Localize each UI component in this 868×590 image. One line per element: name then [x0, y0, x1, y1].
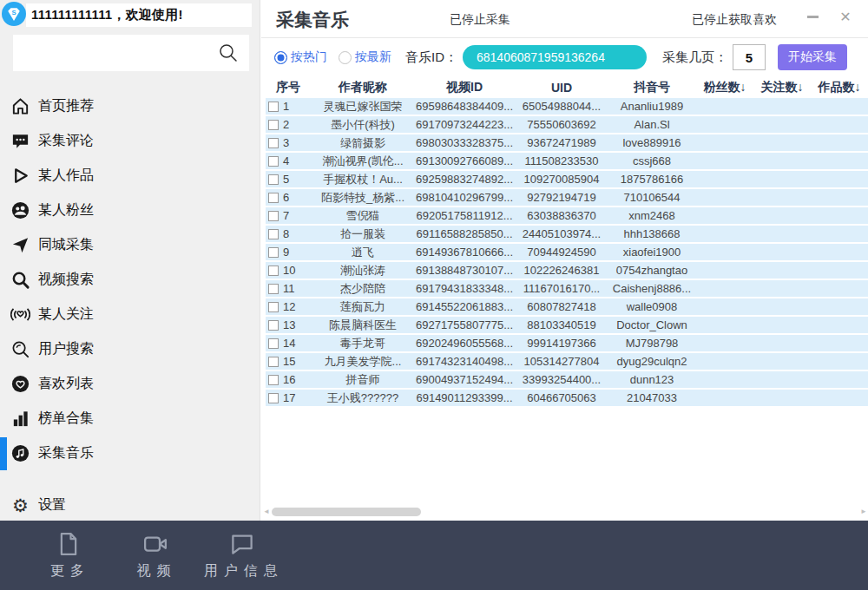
table-body: 1 灵魂已嫁张国荣 69598648384409... 65054988044.…	[266, 98, 868, 406]
bottom-toolbar-item[interactable]: 视频	[118, 531, 193, 580]
table-row[interactable]: 3 绿箭摄影 69803033328375... 93672471989 lov…	[266, 134, 868, 151]
cell-douyin-id: 1875786166	[608, 173, 696, 186]
sidebar-item[interactable]: 某人关注	[0, 297, 260, 331]
table-row[interactable]: 13 陈晨脑科医生 69271755807775... 88103340519 …	[266, 317, 868, 333]
table-row[interactable]: 5 手握权杖！Au... 69259883274892... 109270085…	[266, 171, 868, 187]
close-button[interactable]: ✕	[834, 7, 857, 26]
row-checkbox[interactable]	[268, 120, 279, 130]
table-header-row: 序号 作者昵称 视频ID UID 抖音号 粉丝数↓ 关注数↓ 作品数↓	[266, 78, 868, 96]
table-row[interactable]: 2 墨小仟(科技) 69170973244223... 75550603692 …	[266, 116, 868, 133]
minimize-button[interactable]	[801, 7, 824, 26]
music-icon	[10, 443, 30, 463]
row-checkbox[interactable]	[268, 393, 279, 403]
page-title: 采集音乐	[276, 8, 349, 32]
row-checkbox[interactable]	[268, 193, 279, 203]
table-row[interactable]: 7 雪倪猫 69205175811912... 63038836370 xnm2…	[266, 207, 868, 224]
table-row[interactable]: 14 毒手龙哥 69202496055568... 99914197366 MJ…	[266, 335, 868, 351]
table-row[interactable]: 16 拼音师 69004937152494... 33993254400... …	[266, 371, 868, 388]
bottom-toolbar-item[interactable]: 更多	[31, 531, 106, 580]
cell-douyin-id: xiaofei1900	[608, 246, 696, 259]
row-checkbox[interactable]	[268, 138, 279, 148]
home-icon	[10, 96, 30, 116]
play-icon	[10, 166, 30, 186]
sidebar-item[interactable]: 某人粉丝	[0, 193, 260, 227]
cell-uid: 11167016170...	[516, 282, 608, 295]
row-checkbox[interactable]	[268, 247, 279, 258]
app-window: S 111111111111，欢迎使用! 首页推荐 采集评论	[0, 0, 868, 590]
row-index: 4	[283, 154, 289, 167]
sidebar-item[interactable]: 榜单合集	[0, 401, 260, 436]
row-index: 5	[283, 173, 289, 186]
sidebar-search-input[interactable]	[13, 35, 249, 71]
scrollbar-thumb[interactable]	[272, 508, 421, 516]
cell-nickname: 杰少陪陪	[312, 281, 413, 297]
sidebar-item[interactable]: 同城采集	[0, 227, 260, 262]
sidebar-item[interactable]: 某人作品	[0, 158, 260, 193]
table-row[interactable]: 1 灵魂已嫁张国荣 69598648384409... 65054988044.…	[266, 98, 868, 115]
row-checkbox[interactable]	[268, 302, 279, 312]
video-icon	[142, 531, 168, 557]
row-checkbox[interactable]	[268, 357, 279, 367]
pages-count-input[interactable]	[733, 44, 766, 70]
col-header-follows-sort[interactable]: 关注数↓	[753, 80, 811, 95]
cell-uid: 88103340519	[516, 318, 608, 331]
row-checkbox[interactable]	[268, 338, 279, 349]
row-checkbox[interactable]	[268, 375, 279, 385]
row-checkbox[interactable]	[268, 266, 279, 276]
row-index: 10	[283, 264, 295, 277]
cell-uid: 63038836370	[516, 209, 608, 222]
cell-video-id: 69803033328375...	[413, 136, 516, 149]
table-row[interactable]: 11 杰少陪陪 69179431833348... 11167016170...…	[266, 280, 868, 297]
search-icon[interactable]	[218, 43, 239, 63]
music-id-input[interactable]	[463, 45, 647, 69]
table-row[interactable]: 9 逍飞 69149367810666... 70944924590 xiaof…	[266, 244, 868, 260]
svg-text:S: S	[11, 9, 16, 16]
col-header-nickname: 作者昵称	[312, 80, 413, 95]
table-row[interactable]: 4 潮汕视界(凯伦... 69130092766089... 111508233…	[266, 153, 868, 169]
sidebar-item-settings[interactable]: ⚙ 设置	[0, 489, 260, 521]
col-header-works-sort[interactable]: 作品数↓	[811, 80, 868, 95]
sidebar-item[interactable]: 喜欢列表	[0, 366, 260, 401]
scroll-left-arrow-icon[interactable]: ◄	[263, 507, 270, 517]
music-id-label: 音乐ID：	[405, 49, 457, 66]
bottom-item-label: 视频	[134, 562, 177, 580]
cell-video-id: 69259883274892...	[413, 173, 516, 186]
row-checkbox[interactable]	[268, 229, 279, 239]
sidebar-item[interactable]: 采集评论	[0, 123, 260, 158]
sidebar-item[interactable]: 视频搜索	[0, 262, 260, 297]
welcome-banner: 111111111111，欢迎使用!	[26, 3, 252, 27]
row-index: 12	[283, 300, 295, 313]
comment-icon	[10, 131, 30, 151]
row-checkbox[interactable]	[268, 284, 279, 294]
table-row[interactable]: 17 王小贱?????? 69149011293399... 604667050…	[266, 390, 868, 406]
cell-uid: 109270085904	[516, 173, 608, 186]
radio-by-hot[interactable]: 按热门	[274, 49, 327, 65]
col-header-fans-sort[interactable]: 粉丝数↓	[696, 80, 753, 95]
table-row[interactable]: 6 陌影特技_杨紫... 69810410296799... 927921947…	[266, 189, 868, 206]
table-row[interactable]: 12 莲痴瓦力 69145522061883... 60807827418 wa…	[266, 298, 868, 315]
cell-uid: 92792194719	[516, 191, 608, 204]
cell-douyin-id: dunn123	[608, 373, 696, 386]
cell-video-id: 69271755807775...	[413, 318, 516, 331]
welcome-text: 111111111111，欢迎使用!	[31, 7, 183, 23]
radio-new-label: 按最新	[355, 49, 391, 65]
table-row[interactable]: 8 拾一服装 69116588285850... 24405103974... …	[266, 226, 868, 242]
radio-by-newest[interactable]: 按最新	[339, 49, 391, 65]
row-checkbox[interactable]	[268, 174, 279, 185]
scroll-right-arrow-icon[interactable]: ►	[860, 507, 867, 517]
row-checkbox[interactable]	[268, 156, 279, 167]
sidebar-item[interactable]: 用户搜索	[0, 331, 260, 366]
table-row[interactable]: 15 九月美发学院... 69174323140498... 105314277…	[266, 353, 868, 370]
table-row[interactable]: 10 潮汕张涛 69138848730107... 102226246381 0…	[266, 262, 868, 279]
row-checkbox[interactable]	[268, 320, 279, 331]
cell-nickname: 雪倪猫	[312, 208, 413, 224]
sidebar-item-label: 某人作品	[38, 167, 94, 185]
scrollbar-track[interactable]	[270, 507, 860, 517]
row-checkbox[interactable]	[268, 102, 279, 112]
sidebar-item[interactable]: 采集音乐	[0, 436, 260, 470]
file-icon	[56, 531, 82, 557]
row-checkbox[interactable]	[268, 211, 279, 221]
bottom-toolbar-item[interactable]: 用户信息	[205, 531, 279, 580]
start-collect-button[interactable]: 开始采集	[778, 44, 847, 70]
sidebar-item[interactable]: 首页推荐	[0, 88, 260, 123]
